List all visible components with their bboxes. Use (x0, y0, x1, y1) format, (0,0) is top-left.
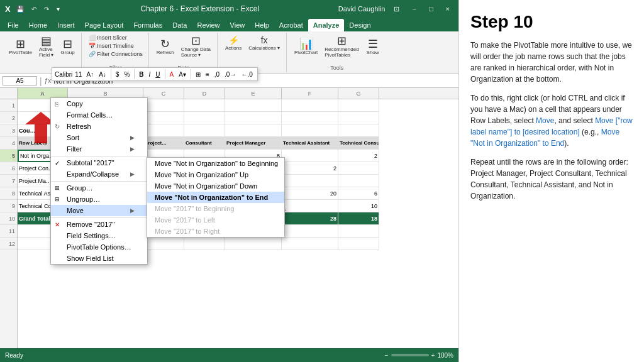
submenu-move-to-end[interactable]: Move "Not in Organization" to End (147, 192, 284, 203)
cell-e2[interactable] (225, 112, 282, 124)
actions-button[interactable]: ⚡ Actions (223, 34, 244, 52)
italic-button[interactable]: I (147, 70, 153, 79)
calculations-button[interactable]: fx Calculations ▾ (246, 34, 282, 52)
cell-f5[interactable] (282, 150, 338, 162)
minimize-button[interactable]: − (408, 4, 419, 14)
tab-help[interactable]: Help (250, 19, 274, 31)
insert-slicer-button[interactable]: ⬜ Insert Slicer (87, 34, 145, 41)
cell-c1[interactable] (143, 99, 184, 112)
cell-d2[interactable] (184, 112, 225, 124)
context-menu-expand-collapse[interactable]: Expand/Collapse ▶ (51, 168, 147, 180)
cell-reference-input[interactable] (3, 76, 37, 85)
tab-analyze[interactable]: Analyze (308, 19, 345, 31)
tab-page-layout[interactable]: Page Layout (80, 19, 129, 31)
filter-connections-button[interactable]: 🔗 Filter Connections (87, 50, 145, 58)
change-data-source-button[interactable]: ⊡ Change DataSource ▾ (179, 34, 213, 59)
cell-f9[interactable] (282, 200, 338, 212)
save-icon[interactable]: 💾 (14, 5, 26, 13)
context-menu-refresh[interactable]: ↻ Refresh (51, 121, 147, 132)
group-button[interactable]: ⊟ Group (58, 37, 77, 57)
cell-c3[interactable] (143, 124, 184, 137)
cell-g4[interactable]: Technical Consultant (338, 137, 379, 150)
cell-c2[interactable] (143, 112, 184, 124)
context-menu-subtotal[interactable]: ✓ Subtotal "2017" (51, 156, 147, 168)
underline-button[interactable]: U (153, 70, 162, 79)
submenu-move-down[interactable]: Move "Not in Organization" Down (147, 180, 284, 192)
active-field-button[interactable]: ▤ ActiveField ▾ (36, 34, 57, 59)
submenu-move-up[interactable]: Move "Not in Organization" Up (147, 169, 284, 180)
decimal-increase-button[interactable]: .0→ (223, 70, 238, 79)
font-name[interactable]: Calibri (55, 71, 72, 78)
font-color-button[interactable]: A▾ (177, 70, 188, 79)
merge-button[interactable]: ≡ (204, 70, 211, 79)
cell-f12[interactable] (282, 238, 338, 250)
context-menu-field-settings[interactable]: Field Settings… (51, 230, 147, 241)
highlight-color-button[interactable]: A (168, 70, 176, 79)
cell-g8[interactable]: 6 (338, 187, 379, 200)
show-button[interactable]: ☰ Show (364, 37, 382, 57)
bold-button[interactable]: B (137, 70, 145, 79)
customize-icon[interactable]: ▾ (55, 5, 62, 13)
percent-button[interactable]: % (122, 70, 131, 79)
cell-g12[interactable] (338, 238, 379, 250)
tab-acrobat[interactable]: Acrobat (274, 19, 308, 31)
cell-g9[interactable]: 10 (338, 200, 379, 212)
recommended-pivottables-button[interactable]: ⊞ RecommendedPivotTables (322, 34, 361, 59)
cell-c12[interactable] (143, 238, 184, 250)
context-menu-show-field-list[interactable]: Show Field List (51, 253, 147, 264)
cell-e12[interactable] (225, 238, 282, 250)
tab-data[interactable]: Data (167, 19, 192, 31)
decimal-decrease-button[interactable]: ←.0 (239, 70, 254, 79)
pivottable-button[interactable]: ⊞ PivotTable (6, 37, 35, 57)
currency-button[interactable]: $ (114, 70, 121, 79)
close-button[interactable]: × (442, 4, 453, 14)
context-menu-ungroup[interactable]: ⊟ Ungroup… (51, 194, 147, 205)
zoom-control[interactable]: − + 100% (385, 352, 453, 359)
tab-home[interactable]: Home (24, 19, 52, 31)
cell-f2[interactable] (282, 112, 338, 124)
cell-g2[interactable] (338, 112, 379, 124)
context-menu-copy[interactable]: ⎘ Copy (51, 98, 147, 109)
pivotchart-button[interactable]: 📊 PivotChart (292, 37, 320, 57)
context-menu-pivottable-options[interactable]: PivotTable Options… (51, 241, 147, 253)
insert-timeline-button[interactable]: 📅 Insert Timeline (87, 42, 145, 50)
tab-insert[interactable]: Insert (52, 19, 80, 31)
context-menu-group[interactable]: ⊞ Group… (51, 181, 147, 194)
font-grow-button[interactable]: A↑ (84, 70, 96, 79)
cell-c4[interactable]: Project… (143, 137, 184, 150)
font-shrink-button[interactable]: A↓ (97, 70, 108, 79)
cell-g7[interactable] (338, 175, 379, 187)
cell-g11[interactable] (338, 225, 379, 238)
cell-f6[interactable]: 2 (282, 162, 338, 175)
cell-f11[interactable] (282, 225, 338, 238)
tab-formulas[interactable]: Formulas (128, 19, 167, 31)
cell-d1[interactable] (184, 99, 225, 112)
tab-design[interactable]: Design (344, 19, 375, 31)
zoom-out-button[interactable]: − (385, 352, 389, 359)
tab-view[interactable]: View (225, 19, 250, 31)
zoom-slider[interactable] (391, 354, 429, 356)
cell-g6[interactable] (338, 162, 379, 175)
context-menu-sort[interactable]: Sort ▶ (51, 132, 147, 143)
cell-e3[interactable] (225, 124, 282, 137)
cell-f1[interactable] (282, 99, 338, 112)
tab-file[interactable]: File (3, 19, 24, 31)
cell-g3[interactable] (338, 124, 379, 137)
number-format-button[interactable]: ,0 (213, 70, 221, 79)
share-icon[interactable]: ⊡ (390, 4, 403, 14)
context-menu-remove[interactable]: ✕ Remove "2017" (51, 217, 147, 230)
cell-e1[interactable] (225, 99, 282, 112)
zoom-in-button[interactable]: + (431, 352, 435, 359)
font-size[interactable]: 11 (75, 71, 82, 78)
cell-g10[interactable]: 18 (338, 212, 379, 225)
tab-review[interactable]: Review (192, 19, 225, 31)
context-menu-move[interactable]: Move ▶ (51, 205, 147, 216)
refresh-button[interactable]: ↻ Refresh (154, 37, 177, 57)
cell-f8[interactable]: 20 (282, 187, 338, 200)
context-menu-filter[interactable]: Filter ▶ (51, 143, 147, 155)
cell-f3[interactable] (282, 124, 338, 137)
cell-d4[interactable]: Consultant (184, 137, 225, 150)
context-menu-format-cells[interactable]: Format Cells… (51, 109, 147, 121)
cell-f7[interactable] (282, 175, 338, 187)
redo-icon[interactable]: ↷ (42, 5, 51, 13)
